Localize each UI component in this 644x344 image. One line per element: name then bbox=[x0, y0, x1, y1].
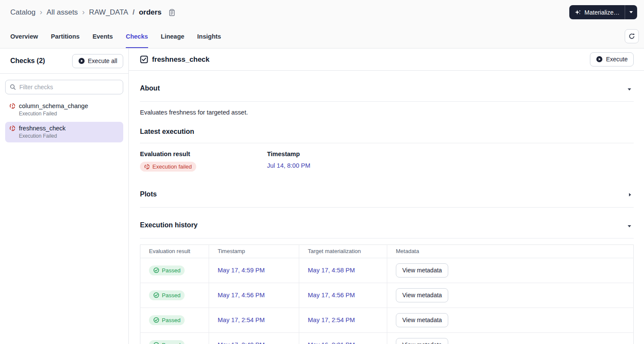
check-circle-icon bbox=[153, 292, 159, 298]
play-circle-icon bbox=[596, 56, 603, 63]
execute-all-button[interactable]: Execute all bbox=[72, 54, 123, 68]
passed-badge: Passed bbox=[149, 290, 185, 300]
breadcrumb-slash: / bbox=[133, 8, 135, 17]
check-name: column_schema_change bbox=[19, 103, 88, 109]
check-circle-icon bbox=[153, 317, 159, 323]
tab-lineage[interactable]: Lineage bbox=[161, 24, 185, 48]
materialize-split-button: Materialize… bbox=[569, 5, 637, 19]
target-materialization-link[interactable]: May 16, 8:01 PM bbox=[308, 341, 355, 344]
chevron-right-icon bbox=[629, 193, 631, 196]
checks-sidebar-header: Checks (2) Execute all bbox=[0, 48, 128, 74]
passed-badge-label: Passed bbox=[162, 267, 180, 274]
tab-overview[interactable]: Overview bbox=[10, 24, 38, 48]
view-metadata-button[interactable]: View metadata bbox=[396, 288, 448, 302]
execution-timestamp-link[interactable]: May 17, 4:56 PM bbox=[218, 292, 265, 299]
breadcrumb-all-assets[interactable]: All assets bbox=[47, 8, 78, 17]
check-name: freshness_check bbox=[19, 125, 66, 132]
latest-execution-heading: Latest execution bbox=[140, 128, 194, 136]
sparkle-icon bbox=[574, 9, 581, 16]
check-list-item-freshness-check[interactable]: freshness_check Execution Failed bbox=[5, 122, 123, 142]
check-status: Execution Failed bbox=[19, 133, 120, 139]
materialize-button[interactable]: Materialize… bbox=[569, 5, 625, 19]
passed-badge: Passed bbox=[149, 340, 185, 344]
checks-sidebar: Checks (2) Execute all bbox=[0, 48, 129, 344]
breadcrumb-asset-name: orders bbox=[139, 8, 161, 17]
check-circle-icon bbox=[153, 342, 159, 344]
execution-history-table: Evaluation result Timestamp Target mater… bbox=[140, 244, 634, 344]
refresh-icon bbox=[628, 33, 635, 40]
check-status: Execution Failed bbox=[19, 111, 120, 117]
execution-failed-badge-label: Execution failed bbox=[152, 163, 192, 170]
content-area: Checks (2) Execute all bbox=[0, 48, 644, 344]
about-section-header: About bbox=[140, 71, 634, 102]
target-materialization-link[interactable]: May 17, 4:56 PM bbox=[308, 292, 355, 299]
asset-tabs: Overview Partitions Events Checks Lineag… bbox=[0, 24, 644, 48]
expand-plots-button[interactable] bbox=[627, 189, 633, 200]
column-header-target-materialization: Target materialization bbox=[299, 244, 387, 258]
column-header-metadata: Metadata bbox=[387, 244, 634, 258]
breadcrumb-separator-icon: › bbox=[40, 8, 43, 17]
table-row: Passed May 17, 2:49 PM May 16, 8:01 PM V… bbox=[140, 332, 634, 344]
chevron-down-icon bbox=[629, 11, 633, 13]
materialize-caret-button[interactable] bbox=[625, 5, 637, 19]
latest-execution-section-header: Latest execution bbox=[140, 116, 634, 143]
tab-checks[interactable]: Checks bbox=[126, 24, 148, 48]
top-bar: Catalog › All assets › RAW_DATA / orders bbox=[0, 0, 644, 24]
latest-timestamp-link[interactable]: Jul 14, 8:00 PM bbox=[267, 162, 310, 169]
execution-timestamp-link[interactable]: May 17, 2:54 PM bbox=[218, 317, 265, 323]
chevron-down-icon bbox=[628, 225, 631, 227]
check-square-icon bbox=[140, 55, 148, 63]
execution-failed-badge: Execution failed bbox=[140, 162, 196, 172]
table-row: Passed May 17, 2:54 PM May 17, 2:54 PM V… bbox=[140, 308, 634, 332]
check-list-item-column-schema-change[interactable]: column_schema_change Execution Failed bbox=[5, 100, 123, 120]
search-icon bbox=[9, 84, 16, 91]
breadcrumb-key-prefix[interactable]: RAW_DATA bbox=[89, 8, 128, 17]
plots-heading: Plots bbox=[140, 190, 157, 198]
collapse-about-button[interactable] bbox=[626, 83, 633, 94]
tab-events[interactable]: Events bbox=[92, 24, 113, 48]
filter-checks-input[interactable] bbox=[5, 80, 123, 94]
breadcrumb-catalog[interactable]: Catalog bbox=[10, 8, 36, 17]
execute-label: Execute bbox=[606, 56, 628, 63]
copy-asset-key-button[interactable] bbox=[168, 9, 176, 16]
check-circle-icon bbox=[153, 267, 159, 273]
passed-badge-label: Passed bbox=[162, 342, 180, 344]
filter-checks-wrap bbox=[5, 80, 123, 94]
latest-execution-fields: Evaluation result Execution failed bbox=[140, 151, 634, 172]
check-detail-panel: freshness_check Execute About bbox=[129, 48, 644, 344]
tab-partitions[interactable]: Partitions bbox=[51, 24, 80, 48]
collapse-execution-history-button[interactable] bbox=[626, 220, 633, 231]
target-materialization-link[interactable]: May 17, 4:58 PM bbox=[308, 267, 355, 274]
timestamp-label: Timestamp bbox=[267, 151, 394, 157]
refresh-button[interactable] bbox=[625, 29, 639, 43]
check-detail-header: freshness_check Execute bbox=[129, 48, 644, 71]
view-metadata-button[interactable]: View metadata bbox=[396, 338, 448, 344]
plots-section-header: Plots bbox=[140, 177, 634, 208]
passed-badge: Passed bbox=[149, 315, 185, 325]
chevron-down-icon bbox=[628, 88, 631, 91]
passed-badge-label: Passed bbox=[162, 317, 180, 323]
check-title: freshness_check bbox=[152, 55, 210, 63]
checks-count-title: Checks (2) bbox=[10, 57, 45, 65]
tab-insights[interactable]: Insights bbox=[197, 24, 221, 48]
execute-button[interactable]: Execute bbox=[590, 52, 634, 66]
passed-badge-label: Passed bbox=[162, 292, 180, 299]
breadcrumb: Catalog › All assets › RAW_DATA / orders bbox=[10, 8, 176, 17]
target-materialization-link[interactable]: May 17, 2:54 PM bbox=[308, 317, 355, 323]
execution-timestamp-link[interactable]: May 17, 4:59 PM bbox=[218, 267, 265, 274]
play-circle-icon bbox=[78, 57, 85, 64]
view-metadata-button[interactable]: View metadata bbox=[396, 313, 448, 327]
column-header-timestamp: Timestamp bbox=[209, 244, 299, 258]
about-heading: About bbox=[140, 84, 160, 92]
execution-history-heading: Execution history bbox=[140, 221, 197, 229]
execution-failed-icon bbox=[9, 125, 15, 131]
execution-failed-icon bbox=[9, 103, 15, 109]
execution-history-section-header: Execution history bbox=[140, 208, 634, 238]
execution-failed-icon bbox=[144, 164, 150, 169]
clipboard-icon bbox=[168, 9, 176, 16]
materialize-label: Materialize… bbox=[584, 9, 620, 16]
view-metadata-button[interactable]: View metadata bbox=[396, 263, 448, 278]
about-description: Evaluates freshness for targeted asset. bbox=[140, 109, 634, 116]
evaluation-result-label: Evaluation result bbox=[140, 151, 267, 157]
execution-timestamp-link[interactable]: May 17, 2:49 PM bbox=[218, 341, 265, 344]
